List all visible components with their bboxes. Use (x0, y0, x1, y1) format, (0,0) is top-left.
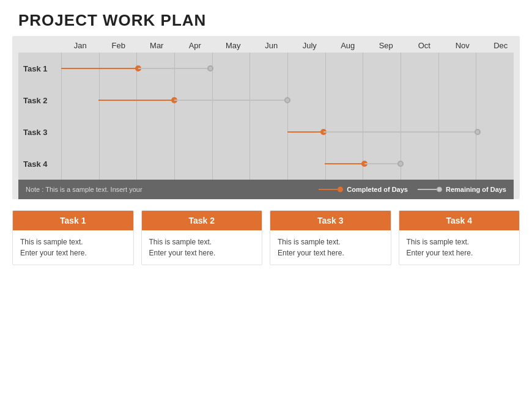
task-card-body-4: This is sample text.Enter your text here… (399, 230, 520, 265)
remaining-bar-2 (174, 100, 287, 101)
legend-completed-label: Completed of Days (347, 186, 408, 193)
task-card-body-1: This is sample text.Enter your text here… (13, 230, 133, 265)
month-label-jun: Jun (253, 41, 291, 50)
gantt-chart: JanFebMarAprMayJunJulyAugSepOctNovDec Ta… (12, 36, 520, 199)
footer-note: Note : This is a sample text. Insert you… (26, 186, 309, 193)
month-label-aug: Aug (329, 41, 368, 50)
completed-bar-3 (287, 131, 323, 133)
gantt-body: Task 1Task 2Task 3Task 4 (18, 53, 514, 180)
month-label-may: May (214, 41, 253, 50)
task-card-1: Task 1This is sample text.Enter your tex… (12, 210, 134, 265)
task-card-header-3: Task 3 (270, 211, 391, 230)
month-label-mar: Mar (138, 41, 176, 50)
legend-remaining-dot (437, 187, 442, 192)
month-label-sep: Sep (367, 41, 405, 50)
gantt-task-label-3: Task 3 (18, 128, 61, 137)
month-label-dec: Dec (482, 41, 520, 50)
task-card-3: Task 3This is sample text.Enter your tex… (270, 210, 391, 265)
tasks-section: Task 1This is sample text.Enter your tex… (12, 210, 520, 265)
remaining-dot-4 (397, 161, 404, 167)
task-card-header-2: Task 2 (142, 211, 262, 230)
remaining-dot-3 (475, 129, 481, 135)
remaining-bar-3 (323, 131, 478, 133)
task-card-body-3: This is sample text.Enter your text here… (270, 230, 391, 265)
completed-bar-1 (61, 68, 138, 69)
remaining-dot-1 (207, 65, 213, 71)
completed-bar-2 (98, 100, 174, 101)
remaining-bar-4 (364, 163, 401, 164)
month-label-jan: Jan (61, 41, 100, 50)
legend-completed-line (319, 189, 343, 190)
gantt-bar-area-4 (61, 148, 514, 180)
task-card-header-4: Task 4 (399, 211, 520, 230)
month-label-feb: Feb (100, 41, 138, 50)
gantt-row-3: Task 3 (18, 116, 514, 148)
remaining-bar-1 (138, 68, 210, 69)
remaining-dot-2 (284, 97, 290, 103)
legend-completed-dot (338, 187, 343, 192)
gantt-task-label-4: Task 4 (18, 159, 61, 169)
month-label-oct: Oct (405, 41, 444, 50)
month-label-nov: Nov (443, 41, 482, 50)
gantt-task-label-2: Task 2 (18, 96, 61, 105)
page-title: PROJECT WORK PLAN (0, 0, 532, 36)
gantt-row-4: Task 4 (18, 148, 514, 180)
month-label-july: July (290, 41, 329, 50)
task-card-header-1: Task 1 (13, 211, 133, 230)
task-card-4: Task 4This is sample text.Enter your tex… (399, 210, 520, 265)
gantt-task-label-1: Task 1 (18, 64, 61, 73)
gantt-header: JanFebMarAprMayJunJulyAugSepOctNovDec (12, 36, 520, 53)
gantt-row-1: Task 1 (18, 53, 514, 84)
completed-bar-4 (325, 163, 364, 164)
gantt-row-2: Task 2 (18, 84, 514, 116)
gantt-bar-area-2 (61, 84, 514, 116)
gantt-footer: Note : This is a sample text. Insert you… (18, 180, 514, 199)
legend-completed: Completed of Days (319, 186, 408, 193)
task-card-2: Task 2This is sample text.Enter your tex… (141, 210, 263, 265)
gantt-bar-area-3 (61, 116, 514, 148)
legend-remaining-line (418, 189, 442, 190)
task-card-body-2: This is sample text.Enter your text here… (142, 230, 262, 265)
month-label-apr: Apr (176, 41, 215, 50)
legend-remaining: Remaining of Days (418, 186, 506, 193)
gantt-bar-area-1 (61, 53, 514, 84)
legend-remaining-label: Remaining of Days (446, 186, 506, 193)
